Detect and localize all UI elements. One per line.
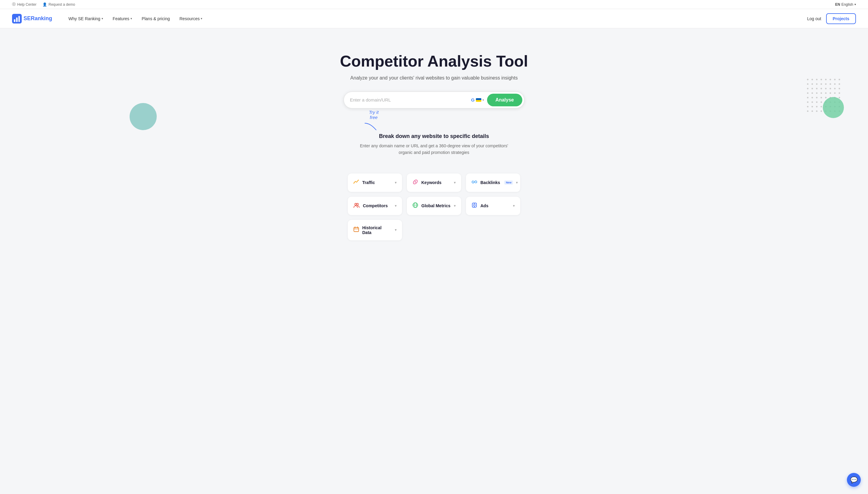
svg-point-24 xyxy=(825,88,827,90)
search-engine-selector[interactable]: G ▾ xyxy=(468,96,487,103)
svg-point-36 xyxy=(807,97,809,98)
nav-item-why-se-ranking[interactable]: Why SE Ranking ▾ xyxy=(64,14,107,23)
svg-point-7 xyxy=(821,79,822,80)
svg-point-18 xyxy=(834,83,836,85)
svg-point-46 xyxy=(816,101,818,103)
decoration-teal-circle xyxy=(130,103,157,130)
feature-card-competitors[interactable]: Competitors ▾ xyxy=(348,197,402,215)
chevron-down-icon: ▾ xyxy=(516,181,518,185)
svg-point-43 xyxy=(839,97,840,98)
competitors-label: Competitors xyxy=(363,203,392,208)
competitors-icon xyxy=(353,202,360,210)
svg-point-62 xyxy=(816,111,818,112)
chevron-down-icon: ▾ xyxy=(482,98,484,101)
lang-code: EN xyxy=(835,2,840,7)
projects-button[interactable]: Projects xyxy=(826,13,856,24)
domain-url-input[interactable] xyxy=(350,97,468,102)
svg-point-37 xyxy=(812,97,813,98)
chevron-down-icon: ▾ xyxy=(101,17,103,20)
svg-point-26 xyxy=(834,88,836,90)
global-metrics-label: Global Metrics xyxy=(421,203,451,208)
svg-point-29 xyxy=(812,93,813,94)
logo[interactable]: SERanking xyxy=(12,14,52,23)
feature-card-backlinks[interactable]: Backlinks New ▾ xyxy=(466,173,520,192)
historical-data-icon xyxy=(353,226,359,234)
svg-point-38 xyxy=(816,97,818,98)
chevron-down-icon: ▾ xyxy=(454,204,456,208)
svg-point-27 xyxy=(839,88,840,90)
top-bar: ⓪ Help Center 👤 Request a demo EN Englis… xyxy=(0,0,868,9)
backlinks-label: Backlinks xyxy=(480,180,500,185)
hero-section: // generated inline /* dots */ Try itfre… xyxy=(0,28,868,130)
svg-point-40 xyxy=(825,97,827,98)
svg-point-21 xyxy=(812,88,813,90)
svg-point-55 xyxy=(821,106,822,108)
ukraine-flag xyxy=(476,98,481,102)
try-free-text: Try itfree xyxy=(362,110,386,120)
svg-point-61 xyxy=(812,111,813,112)
language-selector[interactable]: EN English ▾ xyxy=(835,2,856,7)
svg-point-45 xyxy=(812,101,813,103)
breakdown-title: Break down any website to specific detai… xyxy=(12,133,856,139)
top-bar-left: ⓪ Help Center 👤 Request a demo xyxy=(12,2,75,7)
svg-line-73 xyxy=(474,182,475,182)
svg-point-53 xyxy=(812,106,813,108)
decoration-green-circle xyxy=(823,97,844,118)
svg-point-10 xyxy=(834,79,836,80)
keywords-icon xyxy=(412,179,418,187)
nav-right: Log out Projects xyxy=(807,13,856,24)
svg-point-47 xyxy=(821,101,822,103)
chevron-down-icon: ▾ xyxy=(395,228,396,232)
breakdown-section: Break down any website to specific detai… xyxy=(0,130,868,173)
svg-point-14 xyxy=(816,83,818,85)
svg-point-22 xyxy=(816,88,818,90)
request-demo-link[interactable]: 👤 Request a demo xyxy=(42,2,75,7)
svg-point-31 xyxy=(821,93,822,94)
traffic-icon xyxy=(353,179,359,187)
feature-card-ads[interactable]: Ads ▾ xyxy=(466,197,520,215)
svg-point-63 xyxy=(821,111,822,112)
feature-card-global-metrics[interactable]: Global Metrics ▾ xyxy=(407,197,461,215)
logo-text: SERanking xyxy=(23,15,52,22)
chat-support-button[interactable]: 💬 xyxy=(847,473,861,487)
chevron-down-icon: ▾ xyxy=(395,204,396,208)
chevron-down-icon: ▾ xyxy=(130,17,132,20)
feature-card-historical-data[interactable]: Historical Data ▾ xyxy=(348,220,402,240)
help-icon: ⓪ xyxy=(12,2,16,7)
help-center-link[interactable]: ⓪ Help Center xyxy=(12,2,36,7)
nav-item-features[interactable]: Features ▾ xyxy=(109,14,136,23)
svg-rect-1 xyxy=(14,19,15,22)
navbar: SERanking Why SE Ranking ▾ Features ▾ Pl… xyxy=(0,9,868,28)
svg-point-54 xyxy=(816,106,818,108)
logout-button[interactable]: Log out xyxy=(807,16,821,21)
svg-point-44 xyxy=(807,101,809,103)
nav-item-plans-pricing[interactable]: Plans & pricing xyxy=(137,14,174,23)
hero-title: Competitor Analysis Tool xyxy=(12,52,856,71)
svg-point-34 xyxy=(834,93,836,94)
try-free-arrow xyxy=(362,122,386,130)
logo-icon xyxy=(12,14,22,23)
svg-point-13 xyxy=(812,83,813,85)
svg-point-35 xyxy=(839,93,840,94)
svg-point-20 xyxy=(807,88,809,90)
global-metrics-icon xyxy=(412,202,418,210)
chevron-down-icon: ▾ xyxy=(454,181,456,185)
feature-card-keywords[interactable]: Keywords ▾ xyxy=(407,173,461,192)
chevron-down-icon: ▾ xyxy=(513,204,515,208)
breakdown-description: Enter any domain name or URL and get a 3… xyxy=(356,142,512,156)
svg-point-32 xyxy=(825,93,827,94)
svg-point-4 xyxy=(807,79,809,80)
svg-rect-2 xyxy=(16,17,18,22)
svg-point-30 xyxy=(816,93,818,94)
feature-card-traffic[interactable]: Traffic ▾ xyxy=(348,173,402,192)
svg-point-16 xyxy=(825,83,827,85)
svg-point-74 xyxy=(355,203,356,205)
svg-point-5 xyxy=(812,79,813,80)
svg-point-6 xyxy=(816,79,818,80)
analyse-button[interactable]: Analyse xyxy=(487,94,522,106)
nav-item-resources[interactable]: Resources ▾ xyxy=(176,14,207,23)
ads-icon xyxy=(472,202,477,210)
svg-point-8 xyxy=(825,79,827,80)
request-demo-label: Request a demo xyxy=(49,2,75,7)
help-center-label: Help Center xyxy=(17,2,36,7)
